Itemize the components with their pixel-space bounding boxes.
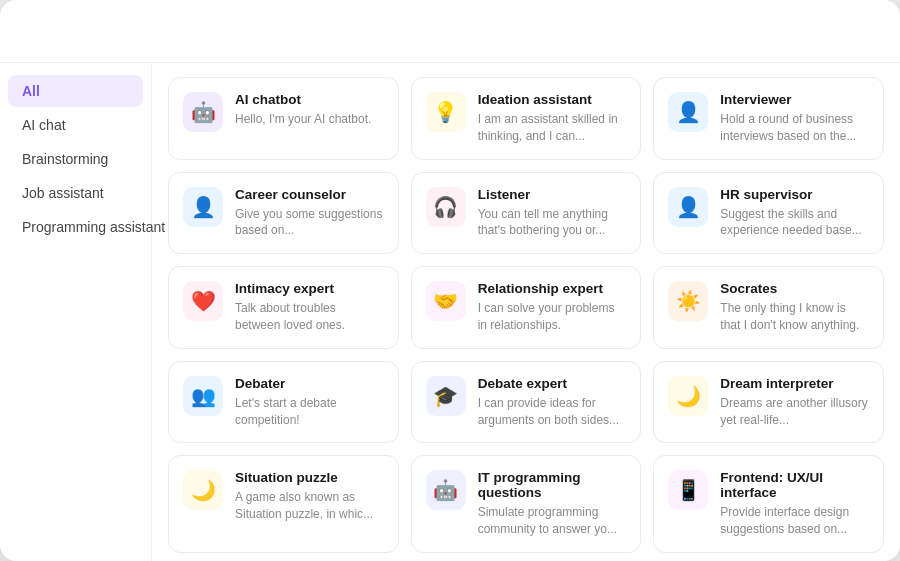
career-counselor-desc: Give you some suggestions based on...	[235, 206, 384, 240]
relationship-expert-title: Relationship expert	[478, 281, 627, 296]
situation-puzzle-text: Situation puzzleA game also known as Sit…	[235, 470, 384, 523]
it-programming-title: IT programming questions	[478, 470, 627, 500]
career-counselor-title: Career counselor	[235, 187, 384, 202]
card-listener[interactable]: 🎧ListenerYou can tell me anything that's…	[411, 172, 642, 255]
card-career-counselor[interactable]: 👤Career counselorGive you some suggestio…	[168, 172, 399, 255]
interviewer-text: InterviewerHold a round of business inte…	[720, 92, 869, 145]
debater-desc: Let's start a debate competition!	[235, 395, 384, 429]
sidebar-item-brainstorming[interactable]: Brainstorming	[8, 143, 143, 175]
debate-expert-title: Debate expert	[478, 376, 627, 391]
cards-grid: 🤖AI chatbotHello, I'm your AI chatbot.💡I…	[168, 77, 884, 553]
ideation-assistant-desc: I am an assistant skilled in thinking, a…	[478, 111, 627, 145]
ideation-assistant-icon: 💡	[426, 92, 466, 132]
it-programming-desc: Simulate programming community to answer…	[478, 504, 627, 538]
card-debate-expert[interactable]: 🎓Debate expertI can provide ideas for ar…	[411, 361, 642, 444]
dream-interpreter-text: Dream interpreterDreams are another illu…	[720, 376, 869, 429]
modal-body: AllAI chatBrainstormingJob assistantProg…	[0, 63, 900, 561]
ai-chatbot-desc: Hello, I'm your AI chatbot.	[235, 111, 384, 128]
listener-desc: You can tell me anything that's botherin…	[478, 206, 627, 240]
character-picker-modal: AllAI chatBrainstormingJob assistantProg…	[0, 0, 900, 561]
card-relationship-expert[interactable]: 🤝Relationship expertI can solve your pro…	[411, 266, 642, 349]
card-ai-chatbot[interactable]: 🤖AI chatbotHello, I'm your AI chatbot.	[168, 77, 399, 160]
interviewer-icon: 👤	[668, 92, 708, 132]
dream-interpreter-title: Dream interpreter	[720, 376, 869, 391]
card-dream-interpreter[interactable]: 🌙Dream interpreterDreams are another ill…	[653, 361, 884, 444]
listener-title: Listener	[478, 187, 627, 202]
frontend-ux-title: Frontend: UX/UI interface	[720, 470, 869, 500]
career-counselor-text: Career counselorGive you some suggestion…	[235, 187, 384, 240]
dream-interpreter-desc: Dreams are another illusory yet real-lif…	[720, 395, 869, 429]
hr-supervisor-desc: Suggest the skills and experience needed…	[720, 206, 869, 240]
dream-interpreter-icon: 🌙	[668, 376, 708, 416]
intimacy-expert-text: Intimacy expertTalk about troubles betwe…	[235, 281, 384, 334]
situation-puzzle-title: Situation puzzle	[235, 470, 384, 485]
debate-expert-text: Debate expertI can provide ideas for arg…	[478, 376, 627, 429]
it-programming-text: IT programming questionsSimulate program…	[478, 470, 627, 538]
ai-chatbot-title: AI chatbot	[235, 92, 384, 107]
ai-chatbot-text: AI chatbotHello, I'm your AI chatbot.	[235, 92, 384, 128]
sidebar-item-all[interactable]: All	[8, 75, 143, 107]
sidebar-item-programming-assistant[interactable]: Programming assistant	[8, 211, 143, 243]
debate-expert-desc: I can provide ideas for arguments on bot…	[478, 395, 627, 429]
debater-title: Debater	[235, 376, 384, 391]
card-hr-supervisor[interactable]: 👤HR supervisorSuggest the skills and exp…	[653, 172, 884, 255]
frontend-ux-icon: 📱	[668, 470, 708, 510]
card-it-programming[interactable]: 🤖IT programming questionsSimulate progra…	[411, 455, 642, 553]
sidebar: AllAI chatBrainstormingJob assistantProg…	[0, 63, 152, 561]
cards-area: 🤖AI chatbotHello, I'm your AI chatbot.💡I…	[152, 63, 900, 561]
relationship-expert-icon: 🤝	[426, 281, 466, 321]
socrates-icon: ☀️	[668, 281, 708, 321]
relationship-expert-desc: I can solve your problems in relationshi…	[478, 300, 627, 334]
relationship-expert-text: Relationship expertI can solve your prob…	[478, 281, 627, 334]
ideation-assistant-title: Ideation assistant	[478, 92, 627, 107]
intimacy-expert-desc: Talk about troubles between loved ones.	[235, 300, 384, 334]
intimacy-expert-icon: ❤️	[183, 281, 223, 321]
situation-puzzle-desc: A game also known as Situation puzzle, i…	[235, 489, 384, 523]
listener-text: ListenerYou can tell me anything that's …	[478, 187, 627, 240]
frontend-ux-desc: Provide interface design suggestions bas…	[720, 504, 869, 538]
ai-chatbot-icon: 🤖	[183, 92, 223, 132]
socrates-desc: The only thing I know is that I don't kn…	[720, 300, 869, 334]
interviewer-desc: Hold a round of business interviews base…	[720, 111, 869, 145]
career-counselor-icon: 👤	[183, 187, 223, 227]
debater-text: DebaterLet's start a debate competition!	[235, 376, 384, 429]
card-intimacy-expert[interactable]: ❤️Intimacy expertTalk about troubles bet…	[168, 266, 399, 349]
hr-supervisor-text: HR supervisorSuggest the skills and expe…	[720, 187, 869, 240]
close-button[interactable]	[848, 20, 876, 48]
interviewer-title: Interviewer	[720, 92, 869, 107]
card-debater[interactable]: 👥DebaterLet's start a debate competition…	[168, 361, 399, 444]
hr-supervisor-title: HR supervisor	[720, 187, 869, 202]
card-ideation-assistant[interactable]: 💡Ideation assistantI am an assistant ski…	[411, 77, 642, 160]
it-programming-icon: 🤖	[426, 470, 466, 510]
situation-puzzle-icon: 🌙	[183, 470, 223, 510]
debater-icon: 👥	[183, 376, 223, 416]
sidebar-item-job-assistant[interactable]: Job assistant	[8, 177, 143, 209]
card-situation-puzzle[interactable]: 🌙Situation puzzleA game also known as Si…	[168, 455, 399, 553]
socrates-title: Socrates	[720, 281, 869, 296]
card-frontend-ux[interactable]: 📱Frontend: UX/UI interfaceProvide interf…	[653, 455, 884, 553]
card-interviewer[interactable]: 👤InterviewerHold a round of business int…	[653, 77, 884, 160]
socrates-text: SocratesThe only thing I know is that I …	[720, 281, 869, 334]
listener-icon: 🎧	[426, 187, 466, 227]
ideation-assistant-text: Ideation assistantI am an assistant skil…	[478, 92, 627, 145]
frontend-ux-text: Frontend: UX/UI interfaceProvide interfa…	[720, 470, 869, 538]
card-socrates[interactable]: ☀️SocratesThe only thing I know is that …	[653, 266, 884, 349]
hr-supervisor-icon: 👤	[668, 187, 708, 227]
sidebar-item-ai-chat[interactable]: AI chat	[8, 109, 143, 141]
debate-expert-icon: 🎓	[426, 376, 466, 416]
intimacy-expert-title: Intimacy expert	[235, 281, 384, 296]
modal-header	[0, 0, 900, 63]
